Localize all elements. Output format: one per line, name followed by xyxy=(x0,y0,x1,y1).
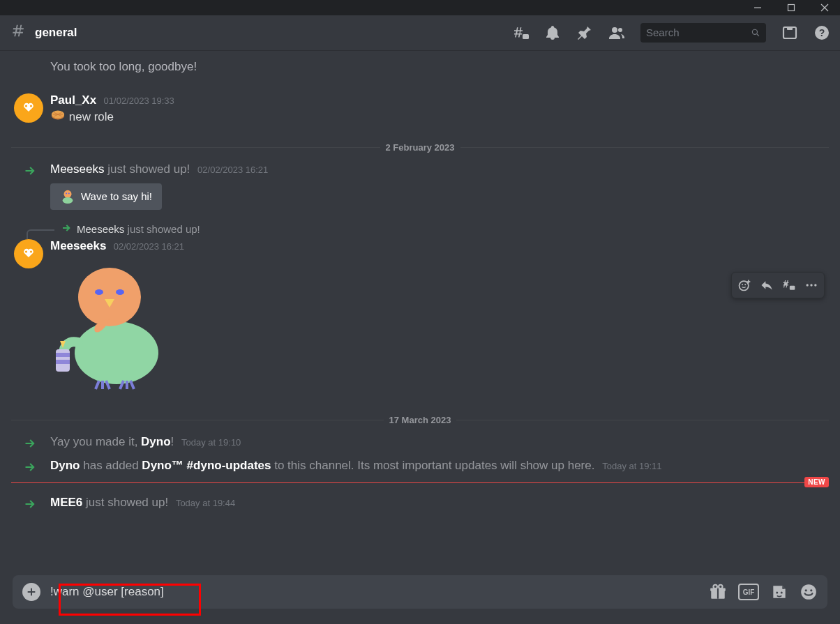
reply-reference[interactable]: Meeseeks just showed up! xyxy=(27,222,840,236)
gif-label: GIF xyxy=(738,584,759,600)
system-text: just showed up! xyxy=(82,496,168,509)
message-content: new role xyxy=(50,107,829,128)
help-icon[interactable]: ? xyxy=(813,24,830,41)
system-timestamp: Today at 19:11 xyxy=(602,461,661,471)
previous-message-fragment: You took too long, goodbye! xyxy=(0,60,840,74)
date-divider: 17 March 2023 xyxy=(11,415,829,425)
svg-point-55 xyxy=(801,584,816,600)
svg-point-52 xyxy=(719,585,722,588)
gift-button[interactable] xyxy=(709,583,727,601)
message: Meeseeks 02/02/2023 16:21 xyxy=(0,238,840,395)
join-arrow-icon xyxy=(61,222,73,236)
pinned-icon[interactable] xyxy=(576,24,593,41)
svg-point-35 xyxy=(78,268,141,326)
message-timestamp: 01/02/2023 19:33 xyxy=(104,96,174,106)
notifications-icon[interactable] xyxy=(544,24,561,41)
search-box[interactable] xyxy=(640,23,766,43)
system-author[interactable]: Dyno xyxy=(141,435,171,448)
svg-point-53 xyxy=(776,592,778,594)
new-messages-divider: NEW xyxy=(11,482,829,483)
reply-ref-text: just showed up! xyxy=(124,223,200,235)
svg-point-33 xyxy=(30,250,32,252)
svg-text:?: ? xyxy=(819,27,825,38)
reply-ref-author: Meeseeks xyxy=(77,223,124,235)
system-timestamp: 02/02/2023 16:21 xyxy=(197,165,268,175)
join-arrow-icon xyxy=(24,497,38,515)
message-author[interactable]: Meeseeks xyxy=(50,239,106,252)
svg-point-56 xyxy=(805,589,807,591)
messages-area[interactable]: You took too long, goodbye! Paul_Xx 01/0… xyxy=(0,50,840,565)
inbox-icon[interactable] xyxy=(781,24,798,41)
channel-header: general ? xyxy=(0,15,840,50)
followed-channel[interactable]: Dyno™ #dyno-updates xyxy=(142,459,271,472)
system-text: to this channel. Its most important upda… xyxy=(271,459,594,472)
svg-point-13 xyxy=(25,105,27,107)
avatar[interactable] xyxy=(14,239,43,268)
system-author[interactable]: Meeseeks xyxy=(50,162,104,176)
sticker-button[interactable] xyxy=(770,583,788,601)
join-arrow-icon xyxy=(24,164,38,181)
date-divider: 2 February 2023 xyxy=(11,142,829,153)
window-titlebar xyxy=(0,0,840,15)
window-minimize-button[interactable] xyxy=(748,0,767,15)
window-close-button[interactable] xyxy=(815,0,834,15)
svg-point-7 xyxy=(752,29,757,34)
svg-point-21 xyxy=(68,192,70,194)
channel-name: general xyxy=(35,26,77,40)
search-icon xyxy=(751,27,760,38)
message-author[interactable]: Paul_Xx xyxy=(50,93,96,107)
join-arrow-icon xyxy=(24,436,38,454)
system-text: Yay you made it, xyxy=(50,435,141,448)
svg-point-34 xyxy=(75,321,158,384)
svg-point-51 xyxy=(714,585,717,588)
svg-point-37 xyxy=(116,289,124,295)
system-channel-follow-message: Dyno has added Dyno™ #dyno-updates to th… xyxy=(0,456,840,475)
system-join-message: Yay you made it, Dyno! Today at 19:10 xyxy=(0,432,840,452)
system-author[interactable]: Dyno xyxy=(50,459,80,472)
svg-point-19 xyxy=(63,197,73,204)
svg-rect-10 xyxy=(787,27,793,30)
system-timestamp: Today at 19:44 xyxy=(176,498,235,508)
avatar[interactable] xyxy=(14,93,43,123)
svg-point-36 xyxy=(95,289,103,295)
window-maximize-button[interactable] xyxy=(781,0,801,15)
wumpus-wave-sticker[interactable] xyxy=(50,259,829,394)
svg-line-8 xyxy=(757,33,759,36)
message-timestamp: 02/02/2023 16:21 xyxy=(114,241,184,252)
waffle-emoji xyxy=(50,107,66,128)
message: Paul_Xx 01/02/2023 19:33 new role xyxy=(0,92,840,130)
system-text: ! xyxy=(171,435,174,448)
svg-point-20 xyxy=(66,192,67,194)
wave-button[interactable]: Wave to say hi! xyxy=(50,183,162,210)
svg-rect-40 xyxy=(56,353,70,357)
svg-point-18 xyxy=(64,190,72,197)
svg-point-57 xyxy=(810,589,812,591)
system-timestamp: Today at 19:10 xyxy=(181,437,241,448)
hash-icon xyxy=(10,22,28,43)
svg-point-6 xyxy=(618,28,622,32)
gif-button[interactable]: GIF xyxy=(738,584,759,600)
emoji-button[interactable] xyxy=(800,583,818,601)
join-arrow-icon xyxy=(24,460,38,478)
svg-rect-4 xyxy=(523,34,529,39)
message-text: new role xyxy=(69,110,114,123)
system-author[interactable]: MEE6 xyxy=(50,496,82,509)
wave-wumpus-icon xyxy=(60,189,75,204)
svg-rect-50 xyxy=(717,588,719,599)
members-icon[interactable] xyxy=(608,24,625,41)
date-divider-label: 2 February 2023 xyxy=(380,142,460,153)
new-pill: NEW xyxy=(804,477,829,487)
svg-point-5 xyxy=(612,27,617,33)
attach-button[interactable] xyxy=(22,583,40,601)
message-input-bar: GIF xyxy=(13,575,827,609)
svg-point-54 xyxy=(781,592,783,594)
svg-rect-1 xyxy=(788,5,795,11)
system-text: just showed up! xyxy=(104,162,190,176)
threads-icon[interactable] xyxy=(512,24,529,41)
search-input[interactable] xyxy=(646,26,748,38)
svg-rect-41 xyxy=(56,360,70,364)
system-join-message: MEE6 just showed up! Today at 19:44 xyxy=(0,493,840,512)
message-input[interactable] xyxy=(50,585,709,599)
date-divider-label: 17 March 2023 xyxy=(384,415,457,425)
system-text: has added xyxy=(80,459,142,472)
